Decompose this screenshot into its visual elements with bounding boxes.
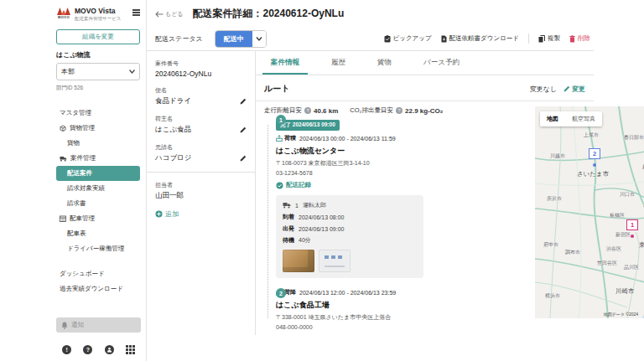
help-circle-icon[interactable]: ? [304, 107, 311, 114]
delivery-record-link[interactable]: 配送記録 [276, 181, 423, 189]
map-label-kawaguchi: 川口市 [620, 191, 635, 199]
person-label: 担当者 [155, 181, 247, 189]
timeline-connector [267, 125, 268, 318]
tab-history[interactable]: 履歴 [323, 51, 354, 75]
route-change-button[interactable]: 変更 [564, 85, 585, 94]
route-change-status: 変更なし [530, 85, 557, 94]
download-request-button[interactable]: 配送依頼書ダウンロード [441, 34, 519, 43]
pickup-button[interactable]: ピックアップ [384, 34, 432, 43]
sidebar-item-cargo[interactable]: 貨物 [56, 136, 140, 151]
page-header: もどる 配送案件詳細：20240612-OyNLu [155, 7, 344, 21]
contractor-value: ハコブロジ [155, 153, 192, 163]
sidebar-item-invoice[interactable]: 請求書 [56, 196, 140, 211]
add-person-button[interactable]: 追加 [155, 209, 247, 219]
map-type-control: 地図 航空写真 [540, 111, 602, 126]
map-label-kawagoe: 川越市 [550, 152, 565, 160]
wait-row: 待機40分 [283, 236, 417, 245]
field-label-shipper: 荷主名 [155, 115, 247, 123]
map-label-shibuya: 渋谷区 [606, 245, 621, 253]
stop-2-phone: 048-000-0000 [276, 324, 423, 330]
pencil-icon [564, 85, 570, 92]
map-label-shinagawa: 品川区 [624, 264, 639, 271]
route-map[interactable]: 川越市 上尾市 春日部市 野田市 越谷市 さいたま市 所沢市 川口市 足立区 板… [535, 106, 644, 318]
status-badge: 配送中 [216, 31, 252, 47]
sidebar-item-cargo-mgmt[interactable]: 貨物管理 [56, 121, 140, 136]
status-label: 配送ステータス [155, 34, 203, 44]
stop-1-address: 〒108-0073 東京都港区三田3-14-10 [276, 159, 423, 168]
document-photo-thumbnail[interactable] [319, 250, 351, 272]
map-label-setagaya: 世田谷区 [597, 260, 617, 267]
help-icon[interactable]: ? [83, 345, 92, 354]
edit-shipper-icon[interactable] [240, 126, 247, 133]
help-circle-icon[interactable]: ? [396, 107, 402, 114]
stop-1-phone: 03-1234-5678 [276, 170, 423, 176]
menu-icon[interactable] [132, 7, 140, 17]
field-label-contractor: 元請名 [155, 143, 247, 152]
app-subtitle: 配送案件管理サービス [75, 16, 121, 22]
map-marker-1[interactable]: 1 [626, 219, 638, 230]
field-label-service-name: 便名 [155, 86, 247, 95]
stop-2-number: 2 [276, 288, 286, 298]
calendar-icon [60, 215, 66, 222]
map-label-saitama: さいたま市 [577, 170, 609, 178]
sidebar-item-dashboard[interactable]: ダッシュボード [56, 266, 140, 281]
sidebar-item-dispatch-table[interactable]: 配車表 [56, 226, 140, 241]
company-name: はこぶ物流 [56, 50, 140, 59]
service-name-value: 食品ドライ [155, 96, 191, 106]
branch-select[interactable]: 本部 [56, 63, 140, 80]
cargo-photo-thumbnail[interactable] [283, 250, 314, 272]
department-id: 部門ID 526 [56, 85, 140, 92]
tab-berth[interactable]: バース予約 [415, 51, 468, 75]
sidebar-item-billing-results[interactable]: 請求対象実績 [56, 181, 140, 196]
logo-mark-text: MOVO [58, 15, 70, 19]
sidebar-item-master[interactable]: マスタ管理 [56, 106, 140, 121]
main-area: もどる 配送案件詳細：20240612-OyNLu 配送ステータス 配送中 ピッ… [147, 0, 594, 361]
person-value: 山田一郎 [155, 191, 184, 201]
edit-contractor-icon[interactable] [240, 155, 247, 162]
back-arrow-icon [155, 11, 164, 18]
change-org-button[interactable]: 組織を変更 [56, 29, 140, 44]
map-marker-2[interactable]: 2 [589, 148, 600, 159]
map-mode-button[interactable]: 地図 [540, 111, 565, 126]
logo: MOVO MOVO Vista 配送案件管理サービス [56, 7, 140, 22]
branch-value: 本部 [61, 67, 75, 76]
sidebar-menu: マスタ管理 貨物管理 貨物 案件管理 配送案件 請求対象実績 請求書 配車管理 … [56, 106, 140, 297]
sidebar-item-case-mgmt[interactable]: 案件管理 [56, 151, 140, 166]
header-actions: ピックアップ 配送依頼書ダウンロード 複製 削除 [384, 34, 590, 44]
stop-1-type-row: 荷積 2024/06/13 00:00 - 2024/06/13 11:59 [276, 134, 423, 142]
sidebar-item-delivery-case[interactable]: 配送案件 [56, 166, 140, 181]
plus-circle-icon [155, 210, 163, 218]
map-label-chofu: 調布市 [565, 249, 580, 256]
box-icon [60, 125, 66, 132]
vehicle-row: 1 運転太郎 [283, 201, 417, 209]
page-title: 配送案件詳細：20240612-OyNLu [193, 7, 345, 21]
map-marker-1-dot [631, 235, 634, 238]
map-label-shinjuku: 新宿区 [615, 231, 631, 239]
stop-2-name: はこぶ食品工場 [276, 300, 423, 311]
status-row: 配送ステータス 配送中 [155, 30, 267, 48]
co2-stat: CO₂排出量目安 ? 22.9 kg-CO₂ [350, 106, 443, 115]
notice-button[interactable]: 通知 [56, 317, 141, 333]
chevron-down-icon [256, 37, 262, 41]
sidebar-item-dispatch-mgmt[interactable]: 配車管理 [56, 211, 140, 226]
arrive-row: 到着2024/06/13 08:00 [283, 213, 417, 221]
depart-row: 出発2024/06/13 09:00 [283, 224, 417, 233]
tab-cargo[interactable]: 貨物 [369, 51, 400, 75]
sidebar-item-past-download[interactable]: 過去実績ダウンロード [56, 281, 140, 297]
delete-button[interactable]: 削除 [569, 34, 590, 43]
satellite-mode-button[interactable]: 航空写真 [565, 111, 602, 126]
tab-case-info[interactable]: 案件情報 [262, 51, 308, 75]
edit-service-icon[interactable] [240, 98, 247, 105]
movo-logo-icon: MOVO [56, 7, 71, 19]
info-icon[interactable]: ! [62, 345, 71, 354]
back-button[interactable]: もどる [155, 10, 184, 18]
user-icon[interactable] [105, 345, 114, 354]
map-data-credit: 地図データ ©2024 [604, 312, 638, 317]
check-circle-icon [276, 182, 283, 189]
download-doc-icon [441, 35, 447, 43]
sidebar-item-driver-mgmt[interactable]: ドライバー稼働管理 [56, 241, 140, 256]
apps-grid-icon[interactable] [126, 345, 135, 354]
stop-1-name: はこぶ物流センター [276, 146, 423, 157]
status-dropdown[interactable]: 配送中 [215, 30, 267, 48]
duplicate-button[interactable]: 複製 [538, 34, 560, 43]
